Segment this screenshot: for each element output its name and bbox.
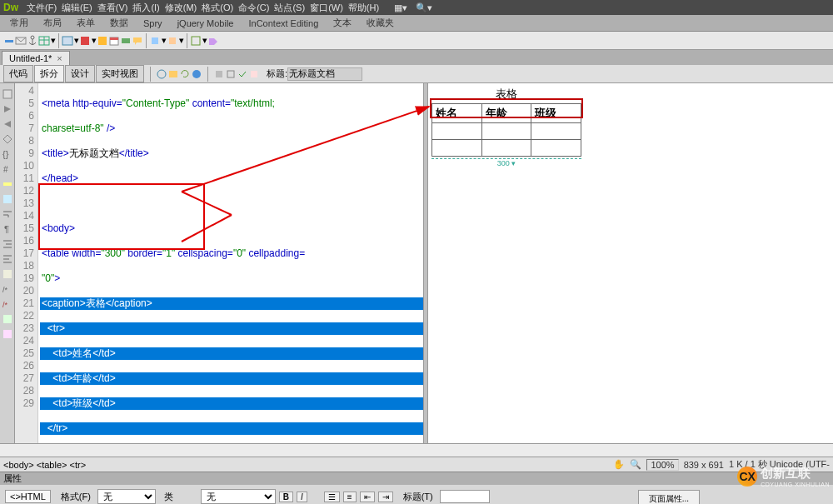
indent-icon[interactable] <box>2 238 13 250</box>
ol-button[interactable]: ≡ <box>343 492 357 502</box>
table-cell[interactable] <box>481 140 531 157</box>
hscrollbar[interactable] <box>0 443 833 457</box>
window-size[interactable]: 839 x 691 <box>684 460 724 470</box>
menu-site[interactable]: 站点(S) <box>274 2 305 14</box>
syntax-icon[interactable] <box>2 193 13 205</box>
table-cell[interactable]: 姓名 <box>432 104 482 123</box>
image-icon[interactable] <box>62 35 73 47</box>
properties-header[interactable]: 属性 <box>0 472 833 485</box>
apply-comment-icon[interactable]: /* <box>2 283 13 295</box>
table-cell[interactable]: 班级 <box>531 104 581 123</box>
table-cell[interactable] <box>531 140 581 157</box>
title-input[interactable] <box>287 67 362 81</box>
menu-help[interactable]: 帮助(H) <box>348 2 379 14</box>
insert-tab-common[interactable]: 常用 <box>3 15 35 31</box>
menu-edit[interactable]: 编辑(E) <box>62 2 92 14</box>
head-icon[interactable] <box>149 35 161 47</box>
menu-insert[interactable]: 插入(I) <box>132 2 159 14</box>
hand-tool-icon[interactable]: ✋ <box>613 459 625 470</box>
check-icon[interactable] <box>248 68 260 80</box>
script-icon[interactable] <box>167 35 178 47</box>
menu-file[interactable]: 文件(F) <box>27 2 57 14</box>
menu-command[interactable]: 命令(C) <box>238 2 269 14</box>
insert-tab-spry[interactable]: Spry <box>137 17 169 30</box>
email-icon[interactable] <box>15 35 27 47</box>
server-icon[interactable] <box>120 35 132 47</box>
validate-icon[interactable] <box>237 68 248 80</box>
design-table[interactable]: 姓名 年龄 班级 <box>431 103 581 157</box>
table-row[interactable]: 姓名 年龄 班级 <box>432 104 581 123</box>
insert-tab-incontext[interactable]: InContext Editing <box>242 17 325 30</box>
tag-selector[interactable]: <body> <table> <tr> <box>3 460 86 470</box>
expand-icon[interactable] <box>2 118 13 130</box>
insert-tab-fav[interactable]: 收藏夹 <box>360 15 401 31</box>
widget-icon[interactable] <box>97 35 108 47</box>
options-icon[interactable] <box>213 68 225 80</box>
insert-tab-text[interactable]: 文本 <box>327 15 358 31</box>
prop-tab-html[interactable]: <>HTML <box>5 490 51 503</box>
tag-icon[interactable] <box>207 35 219 47</box>
comment-icon[interactable] <box>132 35 143 47</box>
hidden-chars-icon[interactable]: ¶ <box>2 223 13 235</box>
table-cell[interactable]: 年龄 <box>481 104 531 123</box>
menu-format[interactable]: 格式(O) <box>202 2 233 14</box>
table-cell[interactable] <box>531 123 581 140</box>
table-icon[interactable] <box>38 35 50 47</box>
ul-button[interactable]: ☰ <box>324 492 340 502</box>
table-cell[interactable] <box>481 123 531 140</box>
highlight-icon[interactable] <box>2 178 13 190</box>
inspect-icon[interactable] <box>156 68 167 80</box>
media-icon[interactable] <box>79 35 91 47</box>
hyperlink-icon[interactable] <box>3 35 15 47</box>
insert-tab-forms[interactable]: 表单 <box>70 15 102 31</box>
insert-tab-jquery[interactable]: jQuery Mobile <box>171 17 241 30</box>
view-code-button[interactable]: 代码 <box>3 65 33 82</box>
page-properties-button[interactable]: 页面属性... <box>638 490 700 504</box>
document-tab[interactable]: Untitled-1* × <box>2 51 70 65</box>
design-panel[interactable]: 表格 姓名 年龄 班级 300 ▾ <box>428 83 833 443</box>
view-split-button[interactable]: 拆分 <box>34 65 64 82</box>
outdent-button[interactable]: ⇤ <box>360 492 375 502</box>
table-row[interactable] <box>432 123 581 140</box>
live-code-icon[interactable] <box>167 68 179 80</box>
move-css-icon[interactable] <box>2 328 13 340</box>
view-design-button[interactable]: 设计 <box>65 65 95 82</box>
close-tab-icon[interactable]: × <box>57 53 62 63</box>
open-docs-icon[interactable] <box>2 88 13 100</box>
search-icon[interactable]: 🔍▾ <box>416 2 432 13</box>
menu-window[interactable]: 窗口(W) <box>310 2 343 14</box>
zoom-tool-icon[interactable]: 🔍 <box>630 459 641 470</box>
browse-icon[interactable] <box>191 68 202 80</box>
code-content[interactable]: <meta http-equiv="Content-Type" content=… <box>38 83 423 443</box>
indent-button[interactable]: ⇥ <box>378 492 393 502</box>
class-select[interactable]: 无 <box>201 489 276 504</box>
zoom-level[interactable]: 100% <box>646 459 678 471</box>
template-icon[interactable] <box>190 35 202 47</box>
recent-snippets-icon[interactable] <box>2 313 13 325</box>
insert-tab-layout[interactable]: 布局 <box>37 15 68 31</box>
line-numbers-icon[interactable]: # <box>2 163 13 175</box>
table-cell[interactable] <box>432 140 482 157</box>
refresh-icon[interactable] <box>179 68 191 80</box>
italic-button[interactable]: I <box>297 492 307 502</box>
remove-comment-icon[interactable]: /* <box>2 298 13 310</box>
select-parent-icon[interactable] <box>2 133 13 145</box>
format-icon[interactable] <box>2 268 13 280</box>
layout-icon[interactable]: ▦▾ <box>394 2 407 13</box>
date-icon[interactable] <box>108 35 120 47</box>
outdent-icon[interactable] <box>2 253 13 265</box>
bold-button[interactable]: B <box>279 492 293 502</box>
format-select[interactable]: 无 <box>97 489 156 504</box>
table-row[interactable] <box>432 140 581 157</box>
menu-view[interactable]: 查看(V) <box>97 2 128 14</box>
table-cell[interactable] <box>432 123 482 140</box>
anchor-icon[interactable] <box>27 35 38 47</box>
insert-tab-data[interactable]: 数据 <box>103 15 135 31</box>
title-input-prop[interactable] <box>440 490 490 503</box>
view-live-button[interactable]: 实时视图 <box>96 65 144 82</box>
menu-modify[interactable]: 修改(M) <box>165 2 197 14</box>
code-panel[interactable]: 4 5 6 7 8 9 10 11 12 13 14 15 16 17 18 1… <box>15 83 423 443</box>
balance-braces-icon[interactable]: {} <box>2 148 13 160</box>
word-wrap-icon[interactable] <box>2 208 13 220</box>
collapse-icon[interactable] <box>2 103 13 115</box>
